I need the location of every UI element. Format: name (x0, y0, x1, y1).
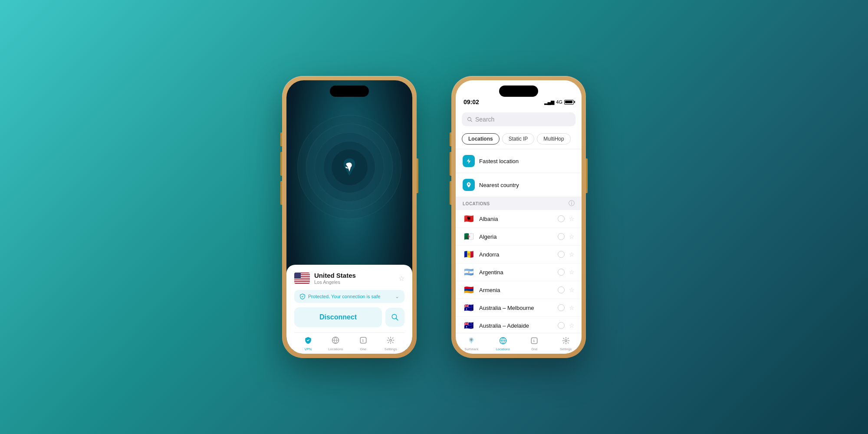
au-adelaide-actions: ☆ (558, 322, 575, 329)
tab2-settings[interactable]: Settings (550, 337, 582, 351)
tab2-settings-label: Settings (560, 347, 572, 351)
phone2-volume-up-button[interactable] (450, 152, 451, 176)
dynamic-island (330, 85, 369, 97)
surfshark-logo-icon: S (342, 158, 357, 177)
phone2-tab-bar: Surfshark Locations 1 (456, 333, 582, 354)
andorra-actions: ☆ (558, 251, 575, 258)
tab-locations-pill[interactable]: Locations (462, 133, 500, 145)
vpn-bottom-card: United States Los Angeles ☆ Protected. Y… (286, 265, 412, 354)
nearest-country-item[interactable]: Nearest country (456, 173, 582, 197)
armenia-radio[interactable] (558, 286, 565, 293)
bolt-icon-container (463, 155, 475, 167)
battery-fill (565, 101, 572, 103)
argentina-radio[interactable] (558, 269, 565, 276)
armenia-actions: ☆ (558, 286, 575, 293)
phone2-mute-button[interactable] (450, 132, 451, 146)
armenia-flag: 🇦🇲 (463, 286, 475, 294)
phone2-power-button[interactable] (586, 158, 588, 193)
country-item-au-melbourne[interactable]: 🇦🇺 Australia – Melbourne ☆ (456, 299, 582, 317)
albania-actions: ☆ (558, 215, 575, 222)
au-melbourne-actions: ☆ (558, 304, 575, 311)
algeria-star-icon[interactable]: ☆ (569, 233, 575, 240)
au-adelaide-flag: 🇦🇺 (463, 321, 475, 330)
vpn-screen: S (286, 80, 412, 354)
algeria-flag: 🇩🇿 (463, 232, 475, 241)
tab-locations[interactable]: Locations (322, 336, 350, 351)
tab-one[interactable]: 1 One (349, 336, 377, 351)
locations-list: Fastest location Nearest country LOCATIO… (456, 149, 582, 333)
svg-text:1: 1 (533, 339, 535, 343)
tab-vpn[interactable]: VPN (294, 336, 322, 351)
argentina-flag: 🇦🇷 (463, 268, 475, 276)
volume-down-button[interactable] (280, 181, 282, 205)
search-bar-container: Search (456, 109, 582, 131)
search-locations-button[interactable] (385, 308, 404, 327)
au-melbourne-flag: 🇦🇺 (463, 303, 475, 312)
country-item-au-adelaide[interactable]: 🇦🇺 Australia – Adelaide ☆ (456, 317, 582, 333)
tab-staticip-pill[interactable]: Static IP (502, 133, 535, 145)
algeria-actions: ☆ (558, 233, 575, 240)
phone1: S (282, 76, 417, 358)
au-adelaide-radio[interactable] (558, 322, 565, 329)
search-placeholder: Search (475, 116, 494, 123)
argentina-actions: ☆ (558, 269, 575, 276)
favorite-star-icon[interactable]: ☆ (398, 274, 404, 283)
country-item-armenia[interactable]: 🇦🇲 Armenia ☆ (456, 281, 582, 299)
tab2-surfshark[interactable]: Surfshark (456, 337, 487, 351)
country-item-algeria[interactable]: 🇩🇿 Algeria ☆ (456, 228, 582, 246)
svg-text:1: 1 (362, 339, 364, 342)
tab2-one-label: One (531, 347, 537, 351)
albania-star-icon[interactable]: ☆ (569, 215, 575, 222)
albania-radio[interactable] (558, 215, 565, 222)
signal-icon: ▂▄▆ (544, 99, 555, 105)
au-adelaide-star-icon[interactable]: ☆ (569, 322, 575, 329)
phone2: 09:02 ▂▄▆ 4G Search (451, 76, 586, 358)
phone2-screen: 09:02 ▂▄▆ 4G Search (456, 80, 582, 354)
andorra-radio[interactable] (558, 251, 565, 258)
country-item-argentina[interactable]: 🇦🇷 Argentina ☆ (456, 263, 582, 281)
protected-text: Protected. Your connection is safe (299, 293, 380, 299)
au-melbourne-star-icon[interactable]: ☆ (569, 304, 575, 311)
tab-vpn-label: VPN (305, 347, 312, 351)
locations-tab-icon (332, 336, 339, 346)
au-melbourne-name: Australia – Melbourne (479, 305, 558, 311)
au-adelaide-name: Australia – Adelaide (479, 322, 558, 329)
tab-multihop-pill[interactable]: MultiHop (537, 133, 570, 145)
tab-settings-label: Settings (385, 347, 397, 351)
tab-settings[interactable]: Settings (377, 336, 405, 351)
armenia-star-icon[interactable]: ☆ (569, 286, 575, 293)
section-title: LOCATIONS (463, 201, 490, 206)
locations-tab2-icon (499, 337, 507, 346)
tab-locations-label: Locations (328, 347, 343, 351)
volume-up-button[interactable] (280, 152, 282, 176)
country-item-albania[interactable]: 🇦🇱 Albania ☆ (456, 210, 582, 228)
tab2-one[interactable]: 1 One (519, 337, 550, 351)
phone1-screen: S (286, 80, 412, 354)
power-button[interactable] (417, 158, 418, 193)
search-bar[interactable]: Search (462, 112, 575, 126)
status-icons: ▂▄▆ 4G (544, 99, 574, 105)
one-tab-icon: 1 (359, 336, 367, 346)
vpn-country-info: United States Los Angeles (314, 272, 356, 285)
battery-icon (564, 100, 574, 105)
vpn-tab-icon (304, 336, 312, 346)
nearest-country-label: Nearest country (479, 182, 519, 188)
info-icon[interactable]: ⓘ (569, 200, 575, 207)
country-item-andorra[interactable]: 🇦🇩 Andorra ☆ (456, 246, 582, 263)
andorra-star-icon[interactable]: ☆ (569, 251, 575, 258)
chevron-down-icon[interactable]: ⌄ (395, 293, 399, 299)
phone2-volume-down-button[interactable] (450, 181, 451, 205)
disconnect-button[interactable]: Disconnect (294, 307, 382, 327)
mute-button[interactable] (280, 132, 282, 146)
au-melbourne-radio[interactable] (558, 304, 565, 311)
tab2-locations[interactable]: Locations (487, 337, 519, 351)
protected-banner[interactable]: Protected. Your connection is safe ⌄ (294, 290, 404, 303)
argentina-star-icon[interactable]: ☆ (569, 269, 575, 276)
fastest-location-item[interactable]: Fastest location (456, 149, 582, 173)
algeria-radio[interactable] (558, 233, 565, 240)
svg-text:S: S (345, 161, 351, 170)
fastest-location-label: Fastest location (479, 158, 519, 164)
phone2-dynamic-island (499, 85, 538, 97)
tab-one-label: One (360, 347, 366, 351)
shield-protected-icon (299, 293, 306, 299)
